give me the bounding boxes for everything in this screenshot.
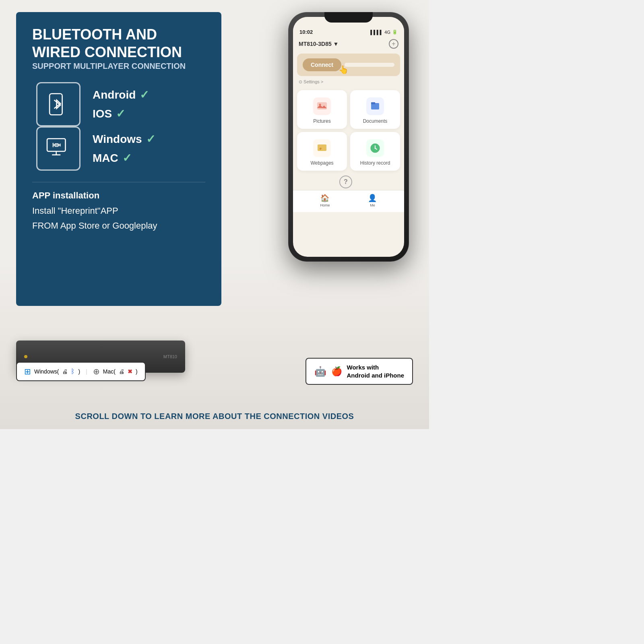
desktop-compat-text: Windows ✓ MAC ✓ [85, 126, 205, 171]
webpages-icon: e [313, 139, 331, 157]
usb-icon-2: 🖨 [119, 368, 124, 375]
phone-outer-shell: 10:02 ▌▌▌▌ 4G 🔋 MT810-3D85 ▼ + Connect 👆 [288, 12, 409, 262]
mobile-compat-text: Android ✓ IOS ✓ [85, 82, 205, 126]
me-nav-icon: 👤 [368, 194, 377, 202]
bluetooth-icon-box [36, 82, 80, 126]
app-install-line1: Install "Hereprint"APP [32, 203, 205, 218]
app-item-documents[interactable]: Documents [350, 90, 400, 129]
status-icons: ▌▌▌▌ 4G 🔋 [370, 29, 398, 35]
works-line1: Works with [347, 363, 405, 372]
mac-check: ✓ [122, 151, 132, 165]
panel-subtitle: SUPPORT MULTIPLAYER CONNECTION [32, 62, 205, 71]
documents-svg-icon [369, 101, 381, 112]
app-install-title: APP installation [32, 190, 99, 200]
phone-screen: 10:02 ▌▌▌▌ 4G 🔋 MT810-3D85 ▼ + Connect 👆 [293, 17, 404, 257]
wired-icon-cell [32, 126, 85, 171]
signal-bars-icon: ▌▌▌▌ [370, 30, 383, 35]
android-compat: Android ✓ [93, 88, 205, 101]
svg-rect-8 [317, 102, 327, 109]
svg-rect-11 [371, 102, 375, 104]
device-name: MT810-3D85 ▼ [299, 41, 339, 47]
webpages-svg-icon: e [316, 142, 328, 154]
history-label: History record [360, 160, 390, 166]
app-item-webpages[interactable]: e Webpages [297, 132, 347, 171]
apple-logo-icon: 🍎 [331, 366, 342, 377]
connect-status-bar [345, 63, 394, 67]
settings-link[interactable]: ⊙ Settings > [293, 78, 404, 87]
mac-badge-label: Mac( [103, 368, 116, 375]
windows-compat: Windows ✓ [93, 132, 205, 146]
history-svg-icon [369, 142, 381, 154]
me-nav-label: Me [370, 203, 375, 207]
ios-check: ✓ [116, 107, 125, 120]
mac-compat: MAC ✓ [93, 151, 205, 165]
connect-button[interactable]: Connect 👆 [303, 58, 341, 71]
network-type: 4G [384, 30, 390, 35]
help-button[interactable]: ? [339, 175, 352, 188]
connect-area: Connect 👆 [297, 54, 400, 76]
svg-text:e: e [320, 146, 322, 151]
monitor-wired-icon [44, 134, 72, 163]
bluetooth-phone-icon [44, 90, 72, 118]
webpages-label: Webpages [310, 160, 333, 166]
panel-title-line2: WIRED CONNECTION [32, 44, 205, 60]
add-button[interactable]: + [389, 39, 398, 49]
status-time: 10:02 [299, 29, 313, 35]
svg-point-18 [375, 148, 376, 149]
works-with-text: Works with Android and iPhone [347, 363, 405, 379]
right-compatibility-badge: 🤖 🍎 Works with Android and iPhone [305, 358, 413, 385]
windows-badge-close: ) [78, 368, 80, 375]
nav-home[interactable]: 🏠 Home [320, 194, 330, 207]
nav-me[interactable]: 👤 Me [368, 194, 377, 207]
documents-icon [366, 97, 384, 115]
windows-badge-label: Windows( [34, 368, 59, 375]
app-header: MT810-3D85 ▼ + [293, 37, 404, 51]
pictures-label: Pictures [313, 118, 330, 124]
app-install-line2: FROM App Store or Googleplay [32, 218, 205, 233]
bottom-badges-section: ⊞ Windows( 🖨 ᛒ ) | ⊕ Mac( 🖨 ✖ ) 🤖 🍎 Work… [16, 358, 413, 385]
windows-logo-icon: ⊞ [24, 367, 31, 376]
app-item-pictures[interactable]: Pictures [297, 90, 347, 129]
help-section: ? [293, 174, 404, 190]
wired-icon-box [36, 126, 80, 171]
panel-title-line1: BLUETOOTH AND [32, 27, 205, 43]
features-grid: Android ✓ IOS ✓ [32, 82, 205, 171]
no-bluetooth-icon: ✖ [128, 368, 132, 375]
android-logo-icon: 🤖 [314, 366, 326, 377]
scroll-cta: SCROLL DOWN TO LEARN MORE ABOUT THE CONN… [0, 412, 429, 421]
home-nav-icon: 🏠 [320, 194, 329, 202]
battery-icon: 🔋 [392, 29, 398, 35]
bottom-nav: 🏠 Home 👤 Me [293, 190, 404, 212]
badge-divider: | [86, 368, 87, 375]
pictures-svg-icon [316, 101, 328, 112]
blue-panel: BLUETOOTH AND WIRED CONNECTION SUPPORT M… [16, 12, 221, 306]
history-icon [366, 139, 384, 157]
ios-compat: IOS ✓ [93, 107, 205, 120]
documents-label: Documents [363, 118, 388, 124]
app-install-section: APP installation Install "Hereprint"APP … [32, 188, 205, 233]
android-check: ✓ [140, 88, 149, 101]
hand-cursor-icon: 👆 [339, 65, 349, 74]
mac-badge-close: ) [136, 368, 138, 375]
usb-icon-1: 🖨 [62, 368, 68, 375]
home-nav-label: Home [320, 203, 330, 207]
app-item-history[interactable]: History record [350, 132, 400, 171]
pictures-icon [313, 97, 331, 115]
windows-check: ✓ [146, 132, 155, 146]
app-grid: Pictures Documents [293, 87, 404, 174]
works-line2: Android and iPhone [347, 372, 405, 380]
svg-rect-12 [318, 144, 326, 151]
phone-mockup: 10:02 ▌▌▌▌ 4G 🔋 MT810-3D85 ▼ + Connect 👆 [288, 12, 417, 274]
bluetooth-badge-icon: ᛒ [71, 368, 75, 375]
bluetooth-icon-cell [32, 82, 85, 126]
left-compatibility-badge: ⊞ Windows( 🖨 ᛒ ) | ⊕ Mac( 🖨 ✖ ) [16, 362, 146, 381]
phone-notch [324, 12, 373, 23]
mac-store-icon: ⊕ [93, 367, 100, 376]
